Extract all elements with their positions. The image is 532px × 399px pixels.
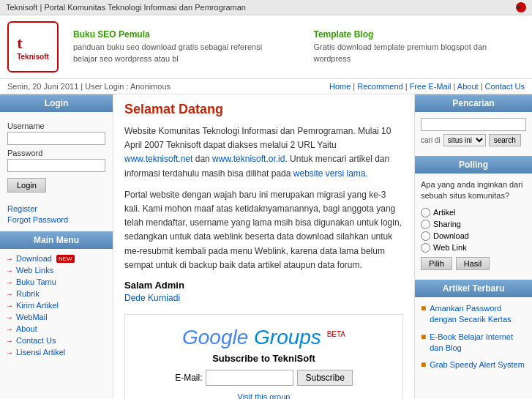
navbar: Senin, 20 Juni 2011 | User Login : Anoni… bbox=[0, 79, 532, 94]
radio-weblink-label: Web Link bbox=[433, 243, 467, 252]
link-teknisoft-or-id[interactable]: www.teknisoft.or.id bbox=[212, 154, 285, 164]
search-content: cari di situs ini search bbox=[415, 112, 532, 152]
close-icon[interactable]: ● bbox=[516, 2, 526, 12]
menu-item-rubrik[interactable]: → Rubrik bbox=[6, 288, 107, 299]
search-header: Pencarian bbox=[415, 94, 532, 112]
artikel-terbaru-header: Artikel Terbaru bbox=[415, 280, 532, 297]
ad-2: Template Blog Gratis download template p… bbox=[314, 29, 525, 64]
password-input[interactable] bbox=[7, 159, 105, 172]
bullet-icon: → bbox=[6, 290, 13, 298]
gg-subscribe-label: Subscribe to TekniSoft bbox=[136, 353, 391, 364]
radio-artikel: Artikel bbox=[421, 208, 526, 217]
at-link-2[interactable]: E-Book Belajar Internet dan Blog bbox=[430, 332, 526, 354]
gg-subscribe-button[interactable]: Subscribe bbox=[297, 370, 352, 386]
right-sidebar: Pencarian cari di situs ini search Polli… bbox=[415, 94, 532, 399]
bullet-icon: → bbox=[6, 302, 13, 310]
menu-item-lisensi[interactable]: → Lisensi Artikel bbox=[6, 346, 107, 358]
link-teknisoft-net[interactable]: www.teknisoft.net bbox=[124, 154, 192, 164]
titlebar: Teknisoft | Portal Komunitas Teknologi I… bbox=[0, 0, 532, 15]
ad-1-title: Buku SEO Pemula bbox=[73, 29, 285, 40]
username-input[interactable] bbox=[7, 132, 105, 145]
login-button[interactable]: Login bbox=[7, 178, 46, 193]
ad-1-desc: panduan buku seo download gratis sebagai… bbox=[73, 42, 285, 64]
password-label: Password bbox=[7, 149, 105, 157]
nav-contact-us[interactable]: Contact Us bbox=[485, 82, 525, 91]
radio-weblink-input[interactable] bbox=[421, 243, 430, 253]
main-menu-header: Main Menu bbox=[0, 231, 113, 249]
menu-item-label: WebMail bbox=[16, 313, 48, 321]
beta-text: BETA bbox=[327, 330, 345, 338]
at-item-2: ■ E-Book Belajar Internet dan Blog bbox=[421, 332, 526, 354]
polling-content: Apa yang anda inginkan dari sebuah situs… bbox=[415, 174, 532, 276]
menu-item-buku-tamu[interactable]: → Buku Tamu bbox=[6, 276, 107, 288]
radio-weblink: Web Link bbox=[421, 243, 526, 253]
search-site-select[interactable]: situs ini bbox=[443, 134, 486, 146]
link-versi-lama[interactable]: website versi lama bbox=[293, 168, 366, 179]
logo: t Teknisoft bbox=[7, 21, 59, 72]
radio-download: Download bbox=[421, 231, 526, 241]
artikel-terbaru-content: ■ Amankan Password dengan Secarik Kertas… bbox=[415, 297, 532, 383]
poll-buttons: Pilih Hasil bbox=[421, 257, 526, 270]
username-label: Username bbox=[7, 122, 105, 130]
ads-area: Buku SEO Pemula panduan buku seo downloa… bbox=[73, 29, 525, 64]
page-title: Selamat Datang bbox=[124, 102, 403, 117]
search-input[interactable] bbox=[421, 118, 526, 131]
search-button[interactable]: search bbox=[489, 134, 521, 146]
forgot-password-link[interactable]: Forgot Password bbox=[7, 215, 105, 224]
bullet-icon: → bbox=[6, 313, 13, 321]
at-item-1: ■ Amankan Password dengan Secarik Kertas bbox=[421, 303, 526, 326]
hasil-button[interactable]: Hasil bbox=[456, 257, 490, 270]
ad-2-title: Template Blog bbox=[314, 29, 525, 40]
gg-email-row: E-Mail: Subscribe bbox=[136, 370, 391, 386]
nav-date-user: Senin, 20 Juni 2011 | User Login : Anoni… bbox=[7, 82, 171, 91]
bullet-icon: → bbox=[6, 266, 13, 275]
ad-2-desc: Gratis download template premium blogspo… bbox=[314, 42, 525, 64]
bullet-icon: → bbox=[6, 325, 13, 333]
nav-about[interactable]: About bbox=[457, 82, 479, 91]
radio-sharing: Sharing bbox=[421, 220, 526, 229]
nav-recommend[interactable]: Recommend bbox=[357, 82, 402, 91]
menu-item-about[interactable]: → About bbox=[6, 323, 107, 335]
sidebar-auth-links: Register Forgot Password bbox=[0, 198, 113, 228]
search-section: Pencarian cari di situs ini search bbox=[415, 94, 532, 152]
pilih-button[interactable]: Pilih bbox=[421, 257, 452, 270]
groups-text: Groups bbox=[254, 326, 321, 348]
bullet-icon: → bbox=[6, 255, 13, 263]
radio-sharing-input[interactable] bbox=[421, 220, 430, 229]
login-area: Username Password Login bbox=[0, 112, 113, 198]
menu-item-kirim-artikel[interactable]: → Kirim Artikel bbox=[6, 299, 107, 311]
at-link-1[interactable]: Amankan Password dengan Secarik Kertas bbox=[430, 303, 526, 326]
gg-email-input[interactable] bbox=[206, 370, 293, 386]
register-link[interactable]: Register bbox=[7, 204, 105, 213]
greeting-text: Salam Admin bbox=[124, 280, 403, 291]
ad-1: Buku SEO Pemula panduan buku seo downloa… bbox=[73, 29, 285, 64]
menu-item-webmail[interactable]: → WebMail bbox=[6, 311, 107, 323]
at-icon-2: ■ bbox=[421, 332, 426, 342]
gg-email-label: E-Mail: bbox=[175, 373, 202, 383]
at-link-3[interactable]: Grab Speedy Alert System bbox=[430, 359, 525, 370]
search-row: cari di situs ini search bbox=[421, 134, 526, 146]
radio-artikel-label: Artikel bbox=[433, 208, 456, 217]
artikel-terbaru-section: Artikel Terbaru ■ Amankan Password denga… bbox=[415, 280, 532, 383]
nav-free-email[interactable]: Free E-Mail bbox=[410, 82, 452, 91]
menu-item-label: Rubrik bbox=[16, 289, 40, 298]
login-section-header: Login bbox=[0, 94, 113, 112]
radio-sharing-label: Sharing bbox=[433, 220, 461, 228]
menu-item-weblinks[interactable]: → Web Links bbox=[6, 264, 107, 276]
top-banner: t Teknisoft Buku SEO Pemula panduan buku… bbox=[0, 15, 532, 79]
at-item-3: ■ Grab Speedy Alert System bbox=[421, 359, 526, 370]
google-text: Google bbox=[182, 326, 248, 348]
logo-name: Teknisoft bbox=[17, 53, 49, 61]
bullet-icon: → bbox=[6, 348, 13, 357]
menu-item-label: Download bbox=[16, 254, 52, 263]
menu-item-label: Lisensi Artikel bbox=[16, 348, 65, 357]
menu-item-label: Buku Tamu bbox=[16, 277, 56, 286]
nav-home[interactable]: Home bbox=[329, 82, 351, 91]
menu-item-label: Kirim Artikel bbox=[16, 301, 59, 310]
menu-item-download[interactable]: → Download NEW bbox=[6, 253, 107, 264]
radio-artikel-input[interactable] bbox=[421, 208, 430, 217]
gg-visit-link[interactable]: Visit this group bbox=[238, 392, 291, 399]
menu-item-contact-us[interactable]: → Contact Us bbox=[6, 335, 107, 346]
menu-item-label: Web Links bbox=[16, 266, 53, 275]
radio-download-input[interactable] bbox=[421, 231, 430, 241]
